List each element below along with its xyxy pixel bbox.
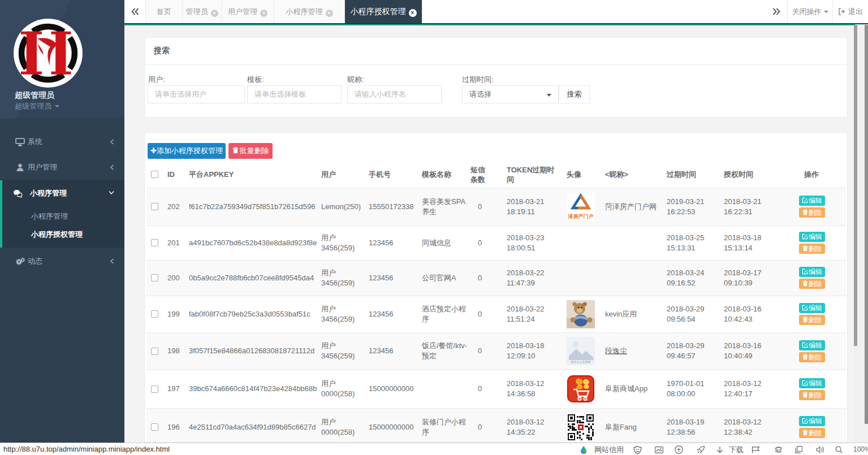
svg-text:随对光之流重奏: 随对光之流重奏 — [571, 360, 591, 364]
svg-text:泽房产门户: 泽房产门户 — [568, 214, 594, 219]
